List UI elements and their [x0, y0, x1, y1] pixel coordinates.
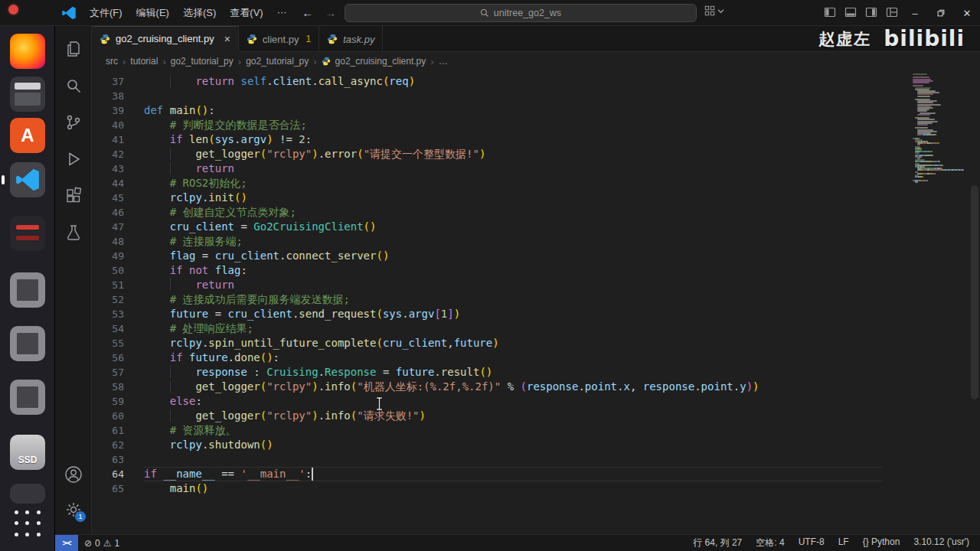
line-number[interactable]: 64 [92, 467, 144, 481]
code-line[interactable]: 62 rclpy.shutdown() [92, 438, 980, 452]
status-eol[interactable]: LF [838, 536, 849, 549]
line-number[interactable]: 52 [92, 292, 144, 307]
editor-scrollbar[interactable] [969, 70, 980, 534]
code-text[interactable]: # 创建自定义节点类对象; [144, 205, 882, 220]
code-text[interactable]: # 连接服务端; [144, 234, 882, 249]
code-line[interactable]: 56 if future.done(): [92, 350, 980, 365]
restore-button[interactable] [928, 0, 954, 26]
code-line[interactable]: 57 response : Cruising.Response = future… [92, 365, 980, 380]
code-line[interactable]: 37 return self.client.call_async(req) [92, 74, 980, 89]
breadcrumb-item-symbol[interactable]: … [439, 56, 448, 67]
code-line[interactable]: 54 # 处理响应结果; [92, 321, 980, 336]
code-text[interactable]: response : Cruising.Response = future.re… [144, 365, 882, 380]
code-text[interactable]: # 判断提交的数据是否合法; [144, 118, 882, 132]
code-line[interactable]: 41 if len(sys.argv) != 2: [92, 132, 980, 147]
line-number[interactable]: 53 [92, 307, 144, 321]
line-number[interactable]: 60 [92, 409, 144, 423]
breadcrumb-item[interactable]: tutorial [130, 56, 158, 67]
firefox-app-icon[interactable] [10, 34, 45, 69]
line-number[interactable]: 51 [92, 278, 144, 292]
code-text[interactable]: cru_client = Go2CruisingClient() [144, 220, 882, 234]
status-encoding[interactable]: UTF-8 [799, 536, 825, 549]
placeholder-app-icon-3[interactable] [10, 380, 45, 415]
code-text[interactable]: # ROS2初始化; [144, 176, 882, 191]
line-number[interactable]: 55 [92, 336, 144, 350]
explorer-icon[interactable] [64, 40, 83, 58]
line-number[interactable]: 54 [92, 321, 144, 336]
code-text[interactable]: main() [144, 481, 882, 496]
search-sidebar-icon[interactable] [64, 77, 83, 95]
code-text[interactable]: return [144, 161, 882, 176]
show-applications-button[interactable] [14, 510, 41, 537]
minimize-button[interactable]: – [902, 0, 928, 26]
toggle-panel-icon[interactable] [844, 6, 857, 18]
line-number[interactable]: 57 [92, 365, 144, 380]
tab-client[interactable]: client.py 1 [239, 26, 319, 52]
line-number[interactable]: 50 [92, 263, 144, 278]
code-line[interactable]: 44 # ROS2初始化; [92, 176, 980, 191]
testing-icon[interactable] [64, 223, 83, 242]
code-line[interactable]: 64if __name__ == '__main__': [92, 467, 980, 481]
code-line[interactable]: 39def main(): [92, 103, 980, 118]
code-text[interactable]: rclpy.init() [144, 191, 882, 205]
code-text[interactable]: future = cru_client.send_request(sys.arg… [144, 307, 882, 321]
line-number[interactable]: 45 [92, 191, 144, 205]
code-line[interactable]: 59 else: [92, 394, 980, 409]
code-line[interactable]: 63 [92, 452, 980, 467]
code-line[interactable]: 51 return [92, 278, 980, 292]
close-tab-icon[interactable]: × [224, 33, 230, 45]
dim-app-icon[interactable] [10, 484, 45, 504]
code-text[interactable]: if future.done(): [144, 350, 882, 365]
run-debug-icon[interactable] [64, 150, 83, 168]
toggle-sidebar-icon[interactable] [824, 6, 836, 18]
code-line[interactable]: 52 # 连接成功后需要向服务端发送数据; [92, 292, 980, 307]
forward-button[interactable]: → [322, 6, 340, 19]
breadcrumb-item[interactable]: go2_tutorial_py [246, 56, 309, 67]
menu-selection[interactable]: 选择(S) [176, 3, 223, 23]
menu-edit[interactable]: 编辑(E) [129, 3, 176, 23]
code-line[interactable]: 48 # 连接服务端; [92, 234, 980, 249]
code-line[interactable]: 50 if not flag: [92, 263, 980, 278]
remote-indicator[interactable]: >< [55, 535, 78, 551]
code-line[interactable]: 43 return [92, 161, 980, 176]
line-number[interactable]: 59 [92, 394, 144, 409]
menu-file[interactable]: 文件(F) [83, 3, 129, 23]
vscode-app-icon[interactable] [10, 162, 45, 197]
tab-task[interactable]: task.py [319, 26, 383, 52]
code-line[interactable]: 38 [92, 89, 980, 103]
code-text[interactable]: rclpy.spin_until_future_complete(cru_cli… [144, 336, 882, 350]
code-line[interactable]: 53 future = cru_client.send_request(sys.… [92, 307, 980, 321]
ssd-drive-icon[interactable]: SSD [10, 435, 45, 470]
code-text[interactable]: else: [144, 394, 882, 409]
code-line[interactable]: 45 rclpy.init() [92, 191, 980, 205]
recorder-app-icon[interactable] [10, 216, 45, 251]
menu-more[interactable]: ··· [270, 3, 294, 23]
breadcrumb-item-file[interactable]: go2_cruising_client.py [335, 56, 426, 67]
code-text[interactable]: flag = cru_client.connect_server() [144, 249, 882, 263]
breadcrumb-item[interactable]: go2_tutorial_py [171, 56, 234, 67]
code-line[interactable]: 47 cru_client = Go2CruisingClient() [92, 220, 980, 234]
code-text[interactable]: return [144, 278, 882, 292]
extensions-icon[interactable] [64, 187, 83, 205]
line-number[interactable]: 42 [92, 147, 144, 161]
line-number[interactable]: 39 [92, 103, 144, 118]
back-button[interactable]: ← [299, 6, 317, 19]
scrollbar-thumb[interactable] [971, 185, 978, 399]
status-line-col[interactable]: 行 64, 列 27 [693, 536, 742, 549]
problems-indicator[interactable]: ⊘ 0 ⚠ 1 [78, 538, 126, 549]
accounts-icon[interactable] [64, 465, 83, 484]
line-number[interactable]: 46 [92, 205, 144, 220]
status-indent[interactable]: 空格: 4 [756, 536, 784, 549]
code-line[interactable]: 42 get_logger("rclpy").error("请提交一个整型数据!… [92, 147, 980, 161]
code-text[interactable]: get_logger("rclpy").error("请提交一个整型数据!") [144, 147, 882, 161]
code-text[interactable] [144, 452, 882, 467]
placeholder-app-icon-1[interactable] [10, 272, 45, 308]
code-line[interactable]: 40 # 判断提交的数据是否合法; [92, 118, 980, 132]
source-control-icon[interactable] [64, 113, 83, 132]
line-number[interactable]: 44 [92, 176, 144, 191]
line-number[interactable]: 63 [92, 452, 144, 467]
search-box[interactable]: unitree_go2_ws [345, 4, 697, 22]
code-text[interactable]: # 处理响应结果; [144, 321, 882, 336]
placeholder-app-icon-2[interactable] [10, 326, 45, 361]
code-line[interactable]: 65 main() [92, 481, 980, 496]
